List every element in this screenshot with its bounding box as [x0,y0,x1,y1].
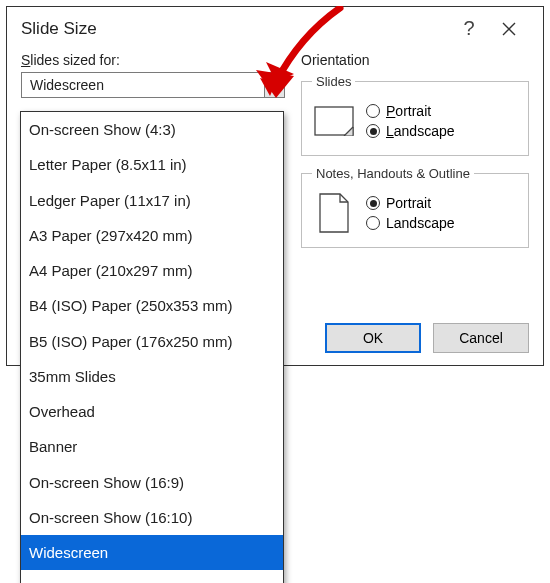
slides-sized-for-combo[interactable]: Widescreen [21,72,285,98]
dropdown-option[interactable]: On-screen Show (4:3) [21,112,283,147]
slides-legend: Slides [312,74,355,89]
radio-icon [366,216,380,230]
close-icon [501,21,517,37]
notes-legend: Notes, Handouts & Outline [312,166,474,181]
dropdown-option[interactable]: On-screen Show (16:10) [21,500,283,535]
notes-orientation-group: Notes, Handouts & Outline Portrait [301,166,529,248]
chevron-down-icon [270,82,280,88]
combo-dropdown-button[interactable] [264,73,284,97]
dropdown-option[interactable]: B4 (ISO) Paper (250x353 mm) [21,288,283,323]
dropdown-option[interactable]: Ledger Paper (11x17 in) [21,183,283,218]
notes-portrait-radio[interactable]: Portrait [366,195,518,211]
dropdown-option[interactable]: Overhead [21,394,283,429]
orientation-heading: Orientation [301,52,529,68]
cancel-button[interactable]: Cancel [433,323,529,353]
svg-rect-0 [315,107,353,135]
titlebar: Slide Size ? [7,7,543,46]
dropdown-option[interactable]: Custom [21,570,283,583]
portrait-page-icon [312,189,356,237]
help-button[interactable]: ? [449,17,489,40]
radio-icon [366,104,380,118]
slides-landscape-radio[interactable]: Landscape [366,123,518,139]
dropdown-option[interactable]: 35mm Slides [21,359,283,394]
dropdown-option[interactable]: On-screen Show (16:9) [21,465,283,500]
ok-button[interactable]: OK [325,323,421,353]
dialog-title: Slide Size [21,19,449,39]
radio-icon [366,124,380,138]
dropdown-option[interactable]: Banner [21,429,283,464]
close-button[interactable] [489,21,529,37]
slides-orientation-group: Slides Portrait Landscap [301,74,529,156]
combo-selected-value: Widescreen [22,77,264,93]
dropdown-option[interactable]: B5 (ISO) Paper (176x250 mm) [21,324,283,359]
dialog-buttons: OK Cancel [325,323,529,353]
radio-icon [366,196,380,210]
dropdown-option[interactable]: Widescreen [21,535,283,570]
dropdown-option[interactable]: Letter Paper (8.5x11 in) [21,147,283,182]
dropdown-option[interactable]: A3 Paper (297x420 mm) [21,218,283,253]
slides-portrait-radio[interactable]: Portrait [366,103,518,119]
slides-sized-for-label: Slides sized for: [21,52,291,68]
landscape-page-icon [312,97,356,145]
dropdown-option[interactable]: A4 Paper (210x297 mm) [21,253,283,288]
notes-landscape-radio[interactable]: Landscape [366,215,518,231]
slides-sized-for-dropdown-list[interactable]: On-screen Show (4:3)Letter Paper (8.5x11… [20,111,284,583]
